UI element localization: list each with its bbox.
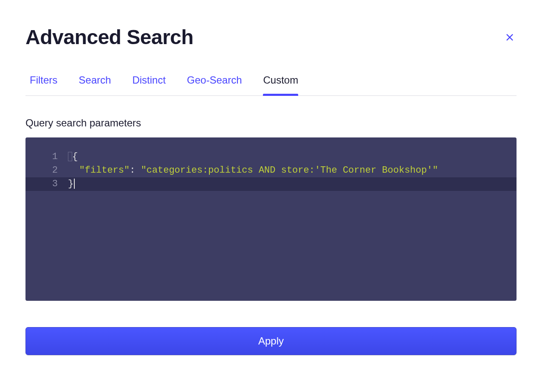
code-line-3: 3 }: [25, 177, 517, 191]
code-content: {: [68, 150, 78, 164]
code-content: }: [68, 177, 75, 191]
apply-button[interactable]: Apply: [25, 327, 517, 355]
code-line-1: 1 {: [25, 150, 517, 164]
line-number: 3: [42, 177, 68, 191]
code-editor[interactable]: 1 { 2 "filters": "categories:politics AN…: [25, 137, 517, 301]
code-content: "filters": "categories:politics AND stor…: [68, 164, 438, 177]
text-cursor: [74, 179, 75, 189]
close-button[interactable]: [503, 31, 517, 44]
dialog-header: Advanced Search: [25, 25, 517, 49]
line-number: 2: [42, 164, 68, 177]
tab-filters[interactable]: Filters: [30, 74, 57, 95]
editor-label: Query search parameters: [25, 117, 517, 129]
tab-custom[interactable]: Custom: [263, 74, 298, 95]
tab-search[interactable]: Search: [79, 74, 111, 95]
line-number: 1: [42, 150, 68, 164]
tab-distinct[interactable]: Distinct: [132, 74, 166, 95]
tab-geo-search[interactable]: Geo-Search: [187, 74, 242, 95]
code-line-2: 2 "filters": "categories:politics AND st…: [25, 164, 517, 177]
close-icon: [505, 33, 514, 42]
dialog-title: Advanced Search: [25, 25, 193, 49]
editor-section: Query search parameters 1 { 2 "filters":…: [25, 117, 517, 301]
tab-bar: Filters Search Distinct Geo-Search Custo…: [25, 74, 517, 96]
